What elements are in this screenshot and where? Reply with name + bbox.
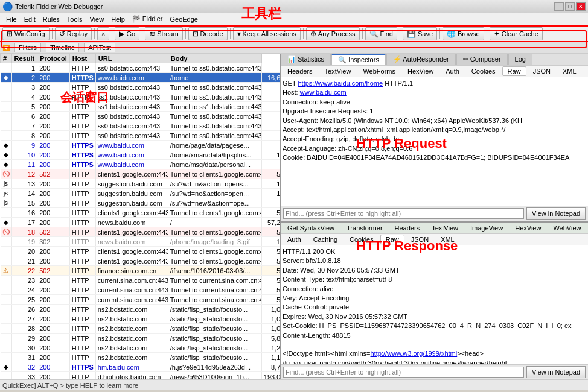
resp-tab-syntaxview[interactable]: Get SyntaxView	[282, 223, 340, 233]
menu-item-fiddler[interactable]: 🏁 Fiddler	[129, 14, 167, 24]
minimize-button[interactable]: —	[554, 2, 564, 11]
col-url[interactable]: URL	[95, 54, 168, 63]
apitest-label[interactable]: APITest	[84, 43, 115, 52]
req-tab-textview[interactable]: TextView	[319, 66, 357, 76]
tab-log[interactable]: Log	[508, 54, 532, 65]
col-body[interactable]: Body	[168, 54, 261, 63]
resp-sub-caching[interactable]: Caching	[308, 235, 343, 244]
col-protocol[interactable]: Protocol	[37, 54, 70, 63]
tab-statistics[interactable]: 📊 Statistics	[281, 54, 331, 65]
table-row[interactable]: 16200HTTPclients1.google.com:443Tunnel t…	[1, 208, 281, 218]
maximize-button[interactable]: □	[565, 2, 575, 11]
resp-tab-webview[interactable]: WebView	[548, 223, 586, 233]
table-row[interactable]: 4200HTTPss1.bdstatic.com:443Tunnel to ss…	[1, 92, 281, 102]
req-tab-raw[interactable]: Raw	[502, 66, 526, 76]
resp-tab-textview[interactable]: TextView	[426, 223, 464, 233]
toolbar-btn-keep--all-sessions[interactable]: ▾Keep: All sessions	[233, 27, 301, 40]
table-row[interactable]: 7200HTTPss0.bdstatic.com:443Tunnel to ss…	[1, 121, 281, 131]
toolbar-btn-winconfig[interactable]: ⊞WinConfig	[2, 27, 50, 40]
resp-sub-xml[interactable]: XML	[435, 235, 460, 244]
toolbar-btn-save[interactable]: 💾Save	[403, 27, 437, 40]
tab-inspectors[interactable]: 🔍 Inspectors	[331, 54, 386, 65]
table-row[interactable]: 24200HTTPcurrent.sina.com.cn:443Tunnel t…	[1, 285, 281, 295]
req-tab-headers[interactable]: Headers	[282, 66, 318, 76]
table-row[interactable]: 21200HTTPclients1.google.com:443Tunnel t…	[1, 256, 281, 266]
table-row[interactable]: 🚫12502HTTPclients1.google.com:443Tunnel …	[1, 169, 281, 179]
request-view-notepad-btn[interactable]: View in Notepad	[526, 207, 586, 220]
resp-sub-auth[interactable]: Auth	[282, 235, 307, 244]
response-find-input[interactable]	[283, 367, 524, 378]
req-tab-webforms[interactable]: WebForms	[357, 66, 401, 76]
request-find-input[interactable]	[283, 208, 524, 219]
resp-sub-raw[interactable]: Raw	[380, 235, 404, 244]
table-row[interactable]: 3200HTTPss0.bdstatic.com:443Tunnel to ss…	[1, 83, 281, 92]
close-button[interactable]: ✕	[576, 2, 586, 11]
toolbar-btn--[interactable]: ×	[97, 27, 109, 40]
table-row[interactable]: 19302HTTPnews.baidu.com/phone/image/load…	[1, 237, 281, 247]
toolbar-btn-browse[interactable]: 🌐Browse	[443, 27, 484, 40]
menu-item-help[interactable]: Help	[107, 15, 129, 24]
table-row[interactable]: 26200HTTPns2.bdstatic.com/static/fisp_st…	[1, 305, 281, 314]
response-view-notepad-btn[interactable]: View in Notepad	[526, 366, 586, 378]
table-row[interactable]: 23200HTTPcurrent.sina.com.cn:443Tunnel t…	[1, 276, 281, 285]
table-row[interactable]: ◆17200HTTPnews.baidu.com/57,243	[1, 218, 281, 227]
session-scroll[interactable]: # Result Protocol Host URL Body 1200HTTP…	[0, 54, 280, 379]
table-row[interactable]: js15200HTTPsuggestion.baidu.com/su?wd=ne…	[1, 198, 281, 208]
col-host[interactable]: Host	[69, 54, 95, 63]
col-num[interactable]: #	[1, 54, 12, 63]
table-row[interactable]: 25200HTTPcurrent.sina.com.cn:443Tunnel t…	[1, 295, 281, 305]
tab-autoresponder[interactable]: ⚡ AutoResponder	[386, 54, 456, 65]
toolbar-btn-decode[interactable]: ⊡Decode	[188, 27, 228, 40]
table-row[interactable]: 1200HTTPss0.bdstatic.com:443Tunnel to ss…	[1, 63, 281, 73]
table-row[interactable]: 5200HTTPss1.bdstatic.com:443Tunnel to ss…	[1, 102, 281, 112]
req-tab-json[interactable]: JSON	[528, 66, 556, 76]
table-row[interactable]: 27200HTTPns2.bdstatic.com/static/fisp_st…	[1, 314, 281, 324]
table-row[interactable]: ◆32200HTTPShm.baidu.com/h.js?e9e114d958e…	[1, 362, 281, 372]
table-row[interactable]: 33200HTTPd.hiphotos.baidu.com/news/q%3D1…	[1, 372, 281, 380]
menu-item-geoedge[interactable]: GeoEdge	[166, 15, 201, 24]
resp-sub-json[interactable]: JSON	[406, 235, 434, 244]
table-row[interactable]: ◆11200HTTPSwww.baidu.com/home/msg/data/p…	[1, 160, 281, 169]
req-host-link[interactable]: www.baidu.com	[300, 89, 347, 96]
table-row[interactable]: 31200HTTPns2.bdstatic.com/static/fisp_st…	[1, 353, 281, 362]
table-row[interactable]: ◆9200HTTPSwww.baidu.com/home/page/data/p…	[1, 141, 281, 150]
toolbar-btn-find[interactable]: 🔍Find	[365, 27, 397, 40]
menu-item-tools[interactable]: Tools	[63, 15, 86, 24]
filters-label[interactable]: Filters	[14, 43, 41, 52]
toolbar-btn-replay[interactable]: ↺Replay	[55, 27, 92, 40]
menu-item-view[interactable]: View	[86, 15, 108, 24]
resp-tab-imageview[interactable]: ImageView	[465, 223, 508, 233]
resp-tab-hexview[interactable]: HexView	[510, 223, 546, 233]
resp-tab-headers[interactable]: Headers	[389, 223, 426, 233]
table-row[interactable]: 30200HTTPns2.bdstatic.com/static/fisp_st…	[1, 343, 281, 353]
menu-item-rules[interactable]: Rules	[39, 15, 63, 24]
req-tab-cookies[interactable]: Cookies	[466, 66, 501, 76]
menu-item-edit[interactable]: Edit	[21, 15, 39, 24]
table-row[interactable]: js13200HTTPsuggestion.baidu.com/su?wd=n&…	[1, 179, 281, 189]
toolbar-btn-any-process[interactable]: ⊕Any Process	[306, 27, 360, 40]
table-row[interactable]: 8200HTTPss0.bdstatic.com:443Tunnel to ss…	[1, 131, 281, 141]
table-row[interactable]: ◆10200HTTPSwww.baidu.com/home/xman/data/…	[1, 150, 281, 160]
response-content[interactable]: HTTP/1.1 200 OK Server: bfe/1.0.8.18 Dat…	[281, 245, 588, 364]
toolbar-btn-stream[interactable]: ≋Stream	[145, 27, 182, 40]
table-row[interactable]: 20200HTTPclients1.google.com:443Tunnel t…	[1, 247, 281, 256]
resp-tab-transformer[interactable]: Transformer	[341, 223, 388, 233]
req-url-link[interactable]: https://www.baidu.com/home	[298, 80, 383, 87]
timeline-label[interactable]: Timeline	[46, 43, 79, 52]
table-row[interactable]: js14200HTTPsuggestion.baidu.com/su?wd=ne…	[1, 189, 281, 198]
req-tab-hexview[interactable]: HexView	[402, 66, 439, 76]
table-row[interactable]: 28200HTTPns2.bdstatic.com/static/fisp_st…	[1, 324, 281, 334]
toolbar-btn-go[interactable]: ▶Go	[115, 27, 139, 40]
col-result[interactable]: Result	[11, 54, 37, 63]
table-row[interactable]: ◆2200HTTPSwww.baidu.com/home16,629	[1, 73, 281, 83]
table-row[interactable]: ⚠22502HTTPfinance.sina.com.cn/iframe/101…	[1, 266, 281, 276]
resp-sub-cookies[interactable]: Cookies	[344, 235, 379, 244]
table-row[interactable]: 29200HTTPns2.bdstatic.com/static/fisp_st…	[1, 334, 281, 343]
tab-composer[interactable]: ✏ Composer	[456, 54, 508, 65]
toolbar-btn-clear-cache[interactable]: ✦Clear Cache	[490, 27, 543, 40]
table-row[interactable]: 6200HTTPss0.bdstatic.com:443Tunnel to ss…	[1, 112, 281, 121]
req-tab-xml[interactable]: XML	[557, 66, 582, 76]
req-tab-auth[interactable]: Auth	[440, 66, 465, 76]
menu-item-file[interactable]: File	[2, 15, 21, 24]
table-row[interactable]: 🚫18502HTTPclients1.google.com:443Tunnel …	[1, 227, 281, 237]
